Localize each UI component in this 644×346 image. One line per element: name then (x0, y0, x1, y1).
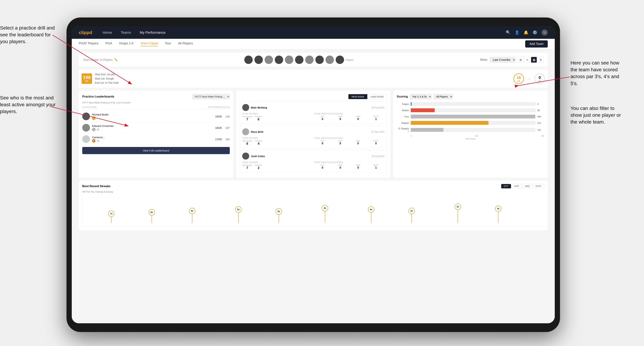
show-controls: Show: Last 3 months ⊞ ≡ ▦ ⇅ (480, 57, 544, 63)
avatar-6[interactable] (295, 56, 304, 64)
streak-dot: 4x (322, 205, 328, 211)
most-active-panel: Most Active Least Active Blair McHarg 26… (236, 91, 390, 178)
ipad-screen: clippd Home Teams My Performance 🔍 👤 🔔 ⚙… (72, 26, 555, 323)
nav-home[interactable]: Home (103, 30, 112, 35)
gold-badge-icon: ★ (92, 116, 96, 120)
annotation-top-left: Select a practice drill and see the lead… (0, 24, 56, 45)
people-icon[interactable]: 👤 (515, 30, 520, 35)
avatar-5[interactable] (285, 56, 293, 64)
streak-dot: 5x (276, 208, 282, 215)
tab-all-players[interactable]: All Players (178, 42, 193, 46)
bronze-badge-icon: ★ (92, 139, 96, 143)
tab-pga[interactable]: PGA (105, 42, 112, 46)
streak-dot: 3x (455, 204, 461, 210)
bell-icon[interactable]: 🔔 (524, 30, 528, 35)
lb-avatar-1 (82, 113, 90, 120)
avatar-2[interactable] (254, 56, 263, 64)
pc-activities-3: Total Practice Activities OTT0 APP0 ARG0… (314, 161, 384, 170)
edit-icon[interactable]: ✏️ (114, 58, 118, 61)
nav-teams[interactable]: Teams (121, 30, 131, 35)
shot-details: Shot Dist: 16 yds Start Lie: Rough End L… (95, 72, 119, 85)
tab-hcaps[interactable]: Hcaps 1-5 (119, 42, 133, 46)
add-team-button[interactable]: Add Team (525, 40, 548, 47)
chart-axis: 0 200 400 (397, 135, 544, 137)
annotation-top-right: Here you can see how the team have score… (570, 59, 626, 87)
scoring-filter1[interactable]: Par 3, 4 & 5s (410, 94, 432, 99)
view-sort-icon[interactable]: ⇅ (538, 57, 544, 63)
streaks-subtitle: Off The Tee, Fairway Accuracy (82, 190, 544, 193)
pc-stats-1: Total Rounds Tournament 7 Practice 6 (242, 113, 384, 121)
view-grid-icon[interactable]: ⊞ (518, 57, 524, 63)
annotation-bottom-left: See who is the most and least active amo… (0, 94, 56, 115)
scoring-title: Scoring (397, 95, 408, 98)
avatar-3[interactable] (264, 56, 273, 64)
user-avatar[interactable]: U (542, 29, 548, 36)
avatar-10[interactable] (336, 56, 344, 64)
yds-right: 0 yds (534, 73, 545, 84)
most-active-tab[interactable]: Most Active (348, 94, 367, 99)
streak-dot: 6x (148, 209, 155, 215)
silver-badge-icon: ★ (92, 128, 96, 131)
view-list-icon[interactable]: ≡ (524, 57, 530, 63)
lb-badge-1: ★ (92, 116, 213, 120)
lb-info-1: Richard Butler ★ (92, 113, 213, 120)
team-header: Team Clippd 14 Players ✏️ Players (79, 53, 548, 67)
lb-avatar-2 (82, 124, 90, 132)
streaks-title: Best Round Streaks (82, 184, 110, 188)
team-title: Team Clippd 14 Players (83, 58, 113, 62)
bar-pars: Pars 499 (397, 115, 544, 119)
lb-row-1: Richard Butler ★ 19/20 110 (82, 111, 230, 122)
avatar-7[interactable] (305, 56, 314, 64)
leaderboard-header: Practice Leaderboards PUTT Must Make Put… (82, 94, 230, 99)
annotation-bottom-right: You can also filter to show just one pla… (570, 105, 626, 126)
streak-dot: 4x (368, 206, 374, 213)
lb-badge-3: ★ 3 (92, 139, 213, 143)
leaderboard-subtitle: PUTT Must Make Putting (3-6 ft), Last 3 … (82, 101, 230, 104)
subnav-tabs: PGAT Players PGA Hcaps 1-5 Team Clippd T… (79, 42, 193, 46)
pc-avatar-2 (242, 128, 249, 135)
badge-num-2: 2 (96, 128, 100, 131)
tab-tour[interactable]: Tour (165, 42, 171, 46)
tab-team-clippd[interactable]: Team Clippd (140, 42, 158, 46)
player-card-1: Blair McHarg 26 Aug 2023 Total Rounds To… (240, 101, 387, 124)
shot-card: 198 SC Shot Dist: 16 yds Start Lie: Roug… (79, 70, 548, 88)
streak-tab-app[interactable]: APP (512, 184, 522, 188)
pc-stats-2: Total Rounds Tournament 8 Practice 4 (242, 137, 384, 146)
view-icons: ⊞ ≡ ▦ ⇅ (518, 57, 544, 63)
nav-my-performance[interactable]: My Performance (140, 30, 166, 35)
players-label: Players (346, 58, 353, 61)
view-leaderboard-button[interactable]: View Full Leaderboard (82, 147, 230, 154)
scoring-panel: Scoring Par 3, 4 & 5s All Players Eagles (393, 91, 548, 178)
streak-tab-ott[interactable]: OTT (501, 184, 511, 188)
pc-rounds-2: Total Rounds Tournament 8 Practice 4 (242, 137, 312, 146)
bar-eagles: Eagles 3 (397, 102, 544, 106)
avatar-9[interactable] (326, 56, 334, 64)
streak-dot: 4x (408, 208, 415, 214)
pc-avatar-1 (242, 104, 249, 111)
pc-rounds-1: Total Rounds Tournament 7 Practice 6 (242, 113, 312, 121)
pc-header-2: Rees Britt 02 Sep 2023 (242, 128, 384, 135)
least-active-tab[interactable]: Least Active (367, 94, 387, 99)
show-label: Show: (480, 58, 488, 61)
active-tabs: Most Active Least Active (348, 94, 387, 99)
avatar-1[interactable] (244, 56, 253, 64)
scoring-filter2[interactable]: All Players (434, 94, 453, 99)
tab-pgat-players[interactable]: PGAT Players (79, 42, 98, 46)
streaks-tabs: OTT APP ARG PUTT (501, 184, 544, 188)
settings-icon[interactable]: ⚙️ (532, 30, 537, 35)
avatar-4[interactable] (275, 56, 283, 64)
search-icon[interactable]: 🔍 (506, 30, 510, 35)
avatar-8[interactable] (315, 56, 324, 64)
lb-row-2: Edward Crossman ★ 2 18/20 107 (82, 122, 230, 134)
streak-tab-arg[interactable]: ARG (522, 184, 532, 188)
streaks-header: Best Round Streaks OTT APP ARG PUTT (82, 184, 544, 188)
streak-tab-putt[interactable]: PUTT (533, 184, 544, 188)
period-select[interactable]: Last 3 months (490, 57, 516, 63)
leaderboard-title: Practice Leaderboards (82, 95, 114, 98)
streaks-panel: Best Round Streaks OTT APP ARG PUTT Off … (79, 180, 548, 230)
leaderboard-drill-select[interactable]: PUTT Must Make Putting ... (192, 94, 230, 99)
player-card-3: Josh Coles 26 Aug 2023 Total Rounds Tour… (240, 150, 387, 173)
view-card-icon[interactable]: ▦ (531, 57, 537, 63)
lb-info-3: Cameron... ★ 3 (92, 136, 213, 143)
team-avatars: Players (118, 56, 480, 64)
